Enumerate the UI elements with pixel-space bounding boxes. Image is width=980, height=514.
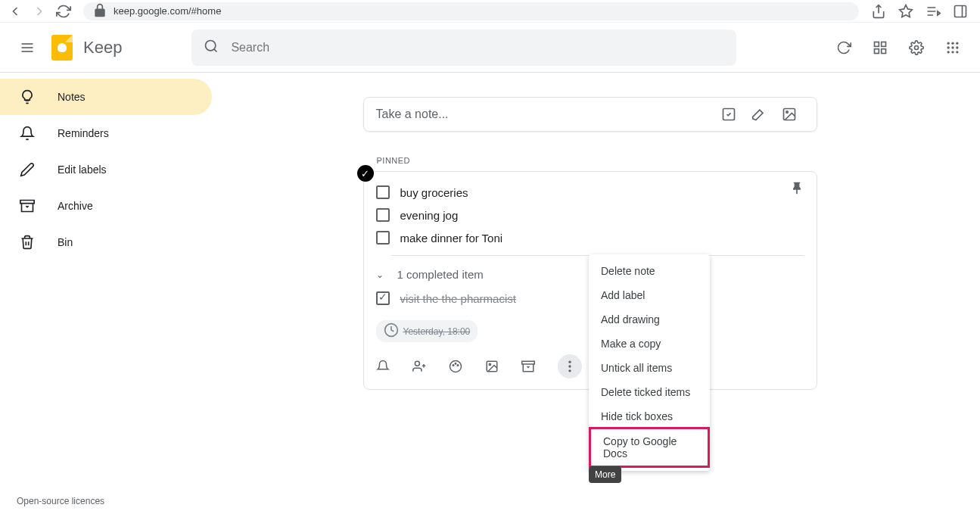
sidebar-item-label: Reminders	[58, 127, 109, 139]
svg-point-18	[947, 51, 950, 53]
trash-icon	[18, 235, 36, 250]
sidebar-footer-link[interactable]: Open-source licences	[17, 496, 104, 506]
svg-point-14	[956, 42, 958, 44]
checklist-item[interactable]: evening jog	[376, 204, 804, 226]
more-tooltip: More	[589, 466, 621, 483]
svg-point-31	[455, 363, 456, 365]
lock-icon	[92, 3, 107, 20]
take-note-input[interactable]: Take a note...	[363, 97, 817, 132]
playlist-icon[interactable]	[924, 2, 942, 20]
browser-forward-button[interactable]	[30, 2, 48, 20]
checkbox-icon[interactable]	[376, 208, 390, 222]
svg-point-36	[568, 369, 571, 372]
more-options-button[interactable]	[558, 354, 582, 378]
select-note-badge-icon[interactable]: ✓	[357, 165, 374, 182]
svg-point-34	[568, 361, 571, 363]
sidebar-item-label: Bin	[58, 236, 73, 248]
svg-rect-8	[882, 42, 886, 46]
refresh-button[interactable]	[835, 39, 853, 57]
add-image-button[interactable]	[485, 360, 499, 373]
svg-point-15	[947, 46, 950, 48]
chevron-down-icon: ⌄	[376, 269, 384, 280]
background-options-button[interactable]	[449, 360, 462, 373]
sidebar-item-reminders[interactable]: Reminders	[0, 115, 212, 151]
svg-point-11	[915, 45, 919, 49]
search-input[interactable]	[231, 41, 724, 55]
checklist-item-text: evening jog	[400, 209, 459, 222]
sidebar: Notes Reminders Edit labels Archive Bin	[0, 73, 212, 514]
collaborator-button[interactable]	[412, 360, 426, 373]
archive-icon	[18, 198, 36, 213]
checklist-item-text: visit the the pharmacist	[400, 292, 516, 305]
svg-point-23	[786, 111, 788, 114]
sidebar-item-edit-labels[interactable]: Edit labels	[0, 151, 212, 188]
archive-button[interactable]	[521, 360, 535, 373]
svg-point-20	[956, 51, 958, 53]
new-drawing-button[interactable]	[744, 107, 774, 122]
more-options-menu: Delete note Add label Add drawing Make a…	[589, 254, 710, 471]
svg-rect-9	[875, 48, 879, 53]
svg-point-25	[415, 361, 419, 366]
sidebar-item-archive[interactable]: Archive	[0, 188, 212, 224]
svg-rect-7	[875, 42, 879, 46]
clock-icon	[384, 322, 399, 340]
menu-item-make-copy[interactable]: Make a copy	[589, 332, 710, 356]
sidebar-item-label: Notes	[58, 91, 86, 103]
svg-point-17	[956, 46, 958, 48]
settings-button[interactable]	[907, 39, 926, 57]
checklist-item-text: buy groceries	[400, 186, 468, 199]
menu-item-hide-tick-boxes[interactable]: Hide tick boxes	[589, 404, 710, 428]
sidebar-item-notes[interactable]: Notes	[0, 79, 212, 115]
checklist-item[interactable]: buy groceries	[376, 181, 804, 204]
browser-back-button[interactable]	[6, 2, 24, 20]
svg-point-5	[206, 40, 216, 50]
checklist-item[interactable]: make dinner for Toni	[376, 226, 804, 249]
svg-point-12	[947, 42, 950, 44]
share-icon[interactable]	[870, 2, 888, 20]
menu-item-add-drawing[interactable]: Add drawing	[589, 307, 710, 332]
svg-point-13	[951, 42, 954, 44]
panel-icon[interactable]	[951, 2, 969, 20]
new-image-note-button[interactable]	[774, 107, 804, 122]
url-text: keep.google.com/#home	[114, 5, 221, 17]
svg-point-16	[951, 46, 954, 48]
reminder-text: Yesterday, 18:00	[403, 326, 471, 337]
menu-item-untick-all[interactable]: Untick all items	[589, 356, 710, 380]
sidebar-item-label: Archive	[58, 200, 93, 212]
menu-item-delete-ticked[interactable]: Delete ticked items	[589, 380, 710, 404]
svg-line-6	[214, 48, 217, 51]
app-header: Keep	[0, 23, 980, 73]
take-note-placeholder: Take a note...	[376, 107, 449, 121]
checkbox-icon[interactable]	[376, 185, 390, 199]
checkbox-checked-icon[interactable]	[376, 291, 390, 305]
checklist-item-text: make dinner for Toni	[400, 232, 503, 245]
keep-logo-icon	[51, 35, 73, 61]
bulb-icon	[18, 89, 36, 104]
main-menu-button[interactable]	[12, 33, 42, 63]
sidebar-item-label: Edit labels	[58, 164, 107, 176]
menu-item-delete-note[interactable]: Delete note	[589, 259, 710, 283]
svg-point-30	[457, 365, 459, 366]
svg-rect-0	[955, 5, 966, 17]
remind-me-button[interactable]	[376, 360, 390, 373]
browser-url-bar[interactable]: keep.google.com/#home	[83, 2, 859, 20]
bell-icon	[18, 126, 36, 141]
svg-point-35	[568, 365, 571, 367]
sidebar-item-bin[interactable]: Bin	[0, 224, 212, 260]
new-list-button[interactable]	[714, 107, 744, 122]
google-apps-button[interactable]	[944, 39, 962, 57]
browser-chrome: keep.google.com/#home	[0, 0, 980, 23]
pin-button[interactable]	[789, 181, 804, 199]
view-toggle-button[interactable]	[871, 39, 889, 57]
menu-item-add-label[interactable]: Add label	[589, 283, 710, 307]
menu-item-copy-to-docs[interactable]: Copy to Google Docs	[589, 427, 710, 468]
svg-rect-10	[882, 48, 886, 53]
checkbox-icon[interactable]	[376, 231, 390, 245]
browser-reload-button[interactable]	[54, 2, 73, 20]
search-icon	[204, 39, 219, 57]
svg-point-33	[489, 363, 490, 365]
pencil-icon	[18, 162, 36, 177]
search-box[interactable]	[191, 30, 736, 66]
reminder-chip[interactable]: Yesterday, 18:00	[376, 320, 478, 342]
bookmark-star-icon[interactable]	[897, 2, 915, 20]
